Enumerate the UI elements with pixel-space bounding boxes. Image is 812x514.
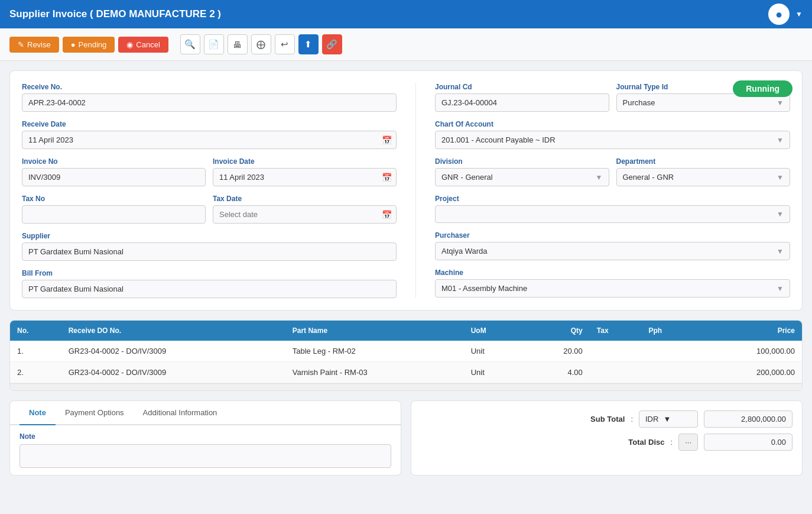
purchaser-chevron-icon: ▼ — [777, 247, 784, 256]
purchaser-select[interactable]: Atqiya Warda ▼ — [435, 242, 790, 260]
chart-of-account-label: Chart Of Account — [435, 120, 790, 128]
bottom-left-panel: Note Payment Options Additional Informat… — [9, 400, 401, 476]
table-scrollbar[interactable] — [10, 383, 802, 390]
receive-date-label: Receive Date — [22, 120, 397, 128]
department-select[interactable]: General - GNR ▼ — [616, 168, 791, 186]
invoice-date-input[interactable] — [213, 168, 397, 186]
journal-cd-field: Journal Cd — [435, 83, 609, 112]
table-row: 2. GR23-04-0002 - DO/IV/3009 Varnish Pai… — [10, 362, 802, 383]
user-avatar[interactable]: ● — [768, 4, 790, 25]
bill-from-input[interactable] — [22, 280, 397, 298]
invoice-no-field: Invoice No — [22, 157, 206, 186]
upload-button[interactable]: ⬆ — [298, 34, 319, 54]
supplier-label: Supplier — [22, 232, 397, 240]
machine-select[interactable]: M01 - Assembly Machine ▼ — [435, 279, 790, 298]
back-button[interactable]: ↩ — [275, 34, 295, 54]
print-button[interactable]: 🖶 — [228, 34, 248, 54]
form-card: Running Receive No. Receive Date 📅 — [9, 70, 803, 311]
document-button[interactable]: 📄 — [204, 34, 224, 54]
department-value: General - GNR — [623, 173, 674, 182]
col-receive-do-no: Receive DO No. — [61, 321, 285, 341]
cell-no: 1. — [10, 341, 61, 362]
cell-qty: 4.00 — [523, 362, 590, 383]
cell-part-name: Varnish Paint - RM-03 — [285, 362, 464, 383]
machine-field: Machine M01 - Assembly Machine ▼ — [435, 269, 790, 298]
left-column: Receive No. Receive Date 📅 Invoice No — [22, 83, 397, 298]
tax-date-input[interactable] — [213, 205, 397, 224]
cell-no: 2. — [10, 362, 61, 383]
revise-icon: ✎ — [18, 40, 24, 49]
sub-total-colon: : — [631, 415, 633, 424]
page-title: Supplier Invoice ( DEMO MANUFACTURE 2 ) — [9, 8, 221, 20]
sub-total-currency-select[interactable]: IDR ▼ — [639, 410, 698, 428]
tax-date-field: Tax Date 📅 — [213, 195, 397, 224]
purchaser-value: Atqiya Warda — [441, 247, 488, 256]
col-pph: Pph — [641, 321, 696, 341]
note-label: Note — [20, 432, 391, 441]
col-no: No. — [10, 321, 61, 341]
tab-payment-options[interactable]: Payment Options — [56, 401, 134, 425]
division-field: Division GNR - General ▼ — [435, 157, 609, 186]
tax-row: Tax No Tax Date 📅 — [22, 195, 397, 224]
receive-date-wrap: 📅 — [22, 131, 397, 149]
cell-uom: Unit — [464, 362, 523, 383]
journal-type-chevron-icon: ▼ — [777, 99, 784, 107]
division-value: GNR - General — [441, 173, 493, 182]
total-disc-dots-button[interactable]: ··· — [678, 434, 698, 451]
cell-price: 100,000.00 — [697, 341, 802, 362]
tab-additional-information[interactable]: Additional Information — [134, 401, 227, 425]
tax-date-calendar-icon: 📅 — [382, 210, 392, 219]
currency-value: IDR — [645, 415, 658, 424]
supplier-input[interactable] — [22, 243, 397, 261]
journal-cd-input[interactable] — [435, 93, 609, 112]
col-part-name: Part Name — [285, 321, 464, 341]
receive-date-field: Receive Date 📅 — [22, 120, 397, 149]
cell-qty: 20.00 — [523, 341, 590, 362]
division-label: Division — [435, 157, 609, 166]
project-label: Project — [435, 195, 790, 203]
pending-icon: ● — [71, 40, 76, 49]
supplier-field: Supplier — [22, 232, 397, 261]
division-chevron-icon: ▼ — [596, 173, 603, 182]
search-button[interactable]: 🔍 — [180, 34, 200, 54]
status-badge: Running — [733, 80, 792, 97]
col-uom: UoM — [464, 321, 523, 341]
add-button[interactable]: ⨁ — [251, 34, 271, 54]
bill-from-field: Bill From — [22, 269, 397, 298]
receive-no-input[interactable] — [22, 93, 397, 112]
machine-value: M01 - Assembly Machine — [441, 284, 527, 293]
chart-of-account-select[interactable]: 201.001 - Account Payable ~ IDR ▼ — [435, 131, 790, 149]
link-button[interactable]: 🔗 — [322, 34, 342, 54]
cancel-icon: ◉ — [126, 40, 133, 49]
tax-no-field: Tax No — [22, 195, 206, 224]
bottom-layout: Note Payment Options Additional Informat… — [9, 400, 803, 476]
tax-date-wrap: 📅 — [213, 205, 397, 224]
cell-pph — [641, 341, 696, 362]
sub-total-label: Sub Total — [571, 415, 625, 424]
project-select[interactable]: ▼ — [435, 205, 790, 223]
tax-no-input[interactable] — [22, 205, 206, 224]
receive-date-calendar-icon: 📅 — [382, 135, 392, 145]
pending-button[interactable]: ● Pending — [63, 37, 115, 53]
chart-of-account-field: Chart Of Account 201.001 - Account Payab… — [435, 120, 790, 149]
tab-content: Note — [10, 425, 401, 475]
note-input[interactable] — [20, 444, 391, 468]
revise-button[interactable]: ✎ Revise — [9, 37, 59, 53]
invoice-no-input[interactable] — [22, 168, 206, 186]
cancel-button[interactable]: ◉ Cancel — [118, 37, 168, 53]
invoice-date-calendar-icon: 📅 — [382, 173, 392, 182]
journal-type-value: Purchase — [623, 98, 655, 107]
tab-note[interactable]: Note — [20, 401, 56, 425]
chart-of-account-chevron-icon: ▼ — [777, 136, 784, 144]
chart-of-account-value: 201.001 - Account Payable ~ IDR — [441, 135, 556, 144]
cell-pph — [641, 362, 696, 383]
total-disc-colon: : — [671, 438, 673, 447]
machine-label: Machine — [435, 269, 790, 277]
receive-date-input[interactable] — [22, 131, 397, 149]
department-label: Department — [616, 157, 791, 166]
project-chevron-icon: ▼ — [777, 210, 784, 218]
division-select[interactable]: GNR - General ▼ — [435, 168, 609, 186]
total-disc-value: 0.00 — [704, 434, 792, 451]
cell-tax — [590, 362, 642, 383]
receive-no-field: Receive No. — [22, 83, 397, 112]
